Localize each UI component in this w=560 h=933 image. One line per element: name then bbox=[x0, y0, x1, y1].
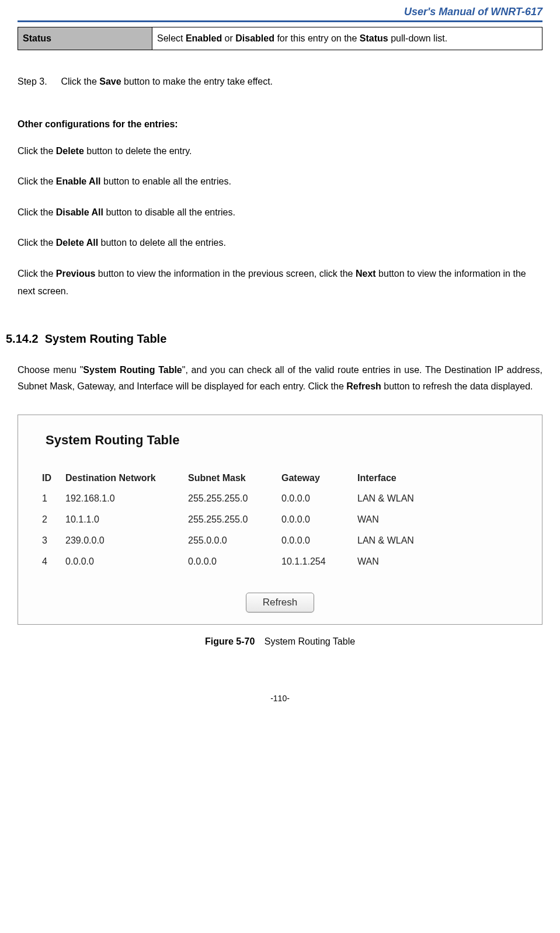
routing-figure: System Routing Table ID Destination Netw… bbox=[18, 415, 542, 625]
text-bold: System Routing Table bbox=[83, 365, 182, 375]
cell-interface: LAN & WLAN bbox=[354, 488, 521, 509]
step-3: Step 3. Click the Save button to make th… bbox=[18, 76, 542, 87]
text-bold: Previous bbox=[56, 269, 96, 278]
enable-all-para: Click the Enable All button to enable al… bbox=[18, 173, 542, 190]
text-bold: Enable All bbox=[56, 176, 101, 186]
cell-dest: 192.168.1.0 bbox=[62, 488, 185, 509]
text: Click the bbox=[18, 176, 56, 186]
delete-para: Click the Delete button to delete the en… bbox=[18, 142, 542, 160]
cell-id: 2 bbox=[39, 509, 62, 530]
table-row: 2 10.1.1.0 255.255.255.0 0.0.0.0 WAN bbox=[39, 509, 521, 530]
text: button to delete the entry. bbox=[84, 146, 192, 156]
cell-dest: 239.0.0.0 bbox=[62, 530, 185, 551]
prev-next-para: Click the Previous button to view the in… bbox=[18, 265, 542, 301]
cell-gateway: 0.0.0.0 bbox=[278, 488, 354, 509]
text: Click the bbox=[18, 146, 56, 156]
text: button to refresh the data displayed. bbox=[381, 381, 533, 391]
text: button to make the entry take effect. bbox=[121, 76, 273, 86]
text: Click the bbox=[18, 238, 56, 248]
section-number: 5.14.2 bbox=[6, 332, 39, 345]
text: Click the bbox=[61, 76, 99, 86]
text: Click the bbox=[18, 207, 56, 217]
text-bold: Next bbox=[356, 269, 376, 278]
cell-mask: 255.0.0.0 bbox=[185, 530, 278, 551]
table-header-row: ID Destination Network Subnet Mask Gatew… bbox=[39, 468, 521, 488]
text-bold: Enabled bbox=[186, 33, 222, 43]
status-desc-cell: Select Enabled or Disabled for this entr… bbox=[152, 27, 542, 50]
table-row: 3 239.0.0.0 255.0.0.0 0.0.0.0 LAN & WLAN bbox=[39, 530, 521, 551]
text: Choose menu " bbox=[18, 365, 83, 375]
text: or bbox=[222, 33, 235, 43]
text: button to disable all the entries. bbox=[103, 207, 235, 217]
figure-caption-text: System Routing Table bbox=[265, 636, 355, 646]
text: pull-down list. bbox=[388, 33, 447, 43]
cell-interface: LAN & WLAN bbox=[354, 530, 521, 551]
table-row: 4 0.0.0.0 0.0.0.0 10.1.1.254 WAN bbox=[39, 551, 521, 572]
text-bold: Delete All bbox=[56, 238, 98, 248]
text-bold: Status bbox=[360, 33, 388, 43]
cell-id: 4 bbox=[39, 551, 62, 572]
figure-label: Figure 5-70 bbox=[205, 636, 255, 646]
section-paragraph: Choose menu "System Routing Table", and … bbox=[18, 362, 542, 394]
status-label-cell: Status bbox=[18, 27, 152, 50]
status-table: Status Select Enabled or Disabled for th… bbox=[18, 27, 542, 50]
cell-id: 3 bbox=[39, 530, 62, 551]
text: button to view the information in the pr… bbox=[95, 269, 356, 278]
routing-panel-title: System Routing Table bbox=[46, 433, 521, 448]
cell-mask: 255.255.255.0 bbox=[185, 509, 278, 530]
cell-interface: WAN bbox=[354, 551, 521, 572]
refresh-button[interactable]: Refresh bbox=[246, 593, 315, 612]
text-bold: Disable All bbox=[56, 207, 103, 217]
cell-gateway: 0.0.0.0 bbox=[278, 530, 354, 551]
section-title: System Routing Table bbox=[45, 332, 167, 345]
text: Click the bbox=[18, 269, 56, 278]
delete-all-para: Click the Delete All button to delete al… bbox=[18, 234, 542, 252]
header-rule bbox=[18, 20, 542, 22]
th-gateway: Gateway bbox=[278, 468, 354, 488]
cell-id: 1 bbox=[39, 488, 62, 509]
status-row: Status Select Enabled or Disabled for th… bbox=[18, 27, 542, 50]
text-bold: Save bbox=[99, 76, 121, 86]
th-mask: Subnet Mask bbox=[185, 468, 278, 488]
page-header-title: User's Manual of WNRT-617 bbox=[18, 0, 542, 20]
text: for this entry on the bbox=[274, 33, 360, 43]
th-interface: Interface bbox=[354, 468, 521, 488]
cell-mask: 255.255.255.0 bbox=[185, 488, 278, 509]
refresh-row: Refresh bbox=[39, 593, 521, 612]
routing-table: ID Destination Network Subnet Mask Gatew… bbox=[39, 468, 521, 572]
text-bold: Refresh bbox=[346, 381, 381, 391]
disable-all-para: Click the Disable All button to disable … bbox=[18, 204, 542, 221]
th-dest: Destination Network bbox=[62, 468, 185, 488]
figure-caption: Figure 5-70 System Routing Table bbox=[18, 636, 542, 647]
cell-dest: 0.0.0.0 bbox=[62, 551, 185, 572]
cell-dest: 10.1.1.0 bbox=[62, 509, 185, 530]
text: Select bbox=[157, 33, 186, 43]
other-config-heading: Other configurations for the entries: bbox=[18, 119, 542, 130]
cell-mask: 0.0.0.0 bbox=[185, 551, 278, 572]
table-row: 1 192.168.1.0 255.255.255.0 0.0.0.0 LAN … bbox=[39, 488, 521, 509]
text: button to enable all the entries. bbox=[101, 176, 231, 186]
section-heading: 5.14.2 System Routing Table bbox=[6, 332, 542, 346]
step-label: Step 3. bbox=[18, 76, 58, 87]
cell-gateway: 10.1.1.254 bbox=[278, 551, 354, 572]
text-bold: Disabled bbox=[235, 33, 274, 43]
cell-gateway: 0.0.0.0 bbox=[278, 509, 354, 530]
text: button to delete all the entries. bbox=[98, 238, 226, 248]
cell-interface: WAN bbox=[354, 509, 521, 530]
page-number: -110- bbox=[18, 694, 542, 715]
th-id: ID bbox=[39, 468, 62, 488]
text-bold: Delete bbox=[56, 146, 84, 156]
